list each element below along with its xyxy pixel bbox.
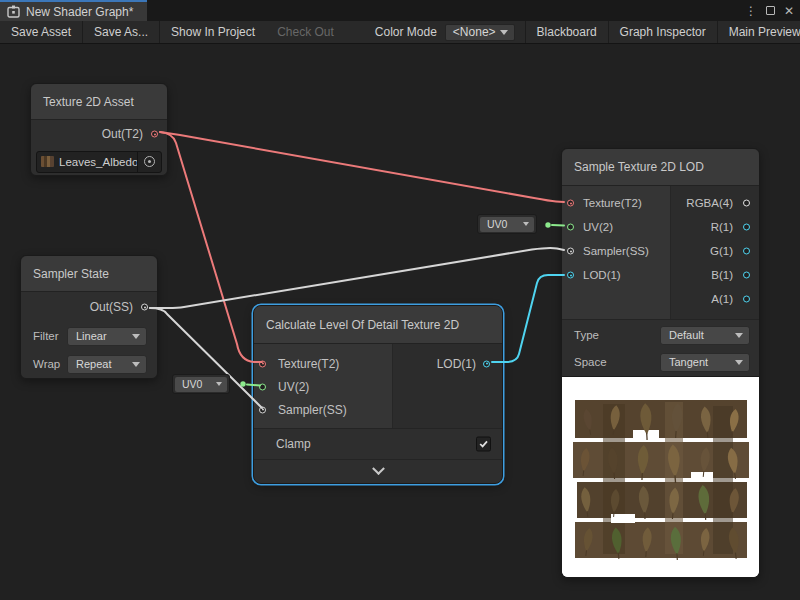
chevron-down-icon [372,462,385,475]
graph-canvas[interactable]: Texture 2D Asset Out(T2) Leaves_Albedo [0,44,800,600]
object-picker-button[interactable] [137,152,161,172]
tab-title: New Shader Graph* [26,5,133,19]
port-in-lod[interactable] [567,272,574,279]
save-as-button[interactable]: Save As... [83,21,159,43]
clamp-checkbox[interactable] [476,437,491,452]
port-out-r[interactable] [743,224,750,231]
shader-graph-icon [7,5,20,18]
node-calculate-lod-texture-2d[interactable]: Calculate Level Of Detail Texture 2D Tex… [253,305,503,484]
space-label: Space [574,356,660,368]
color-mode-dropdown[interactable]: <None> [445,24,515,41]
shader-graph-tab[interactable]: New Shader Graph* [0,0,147,21]
port-label-out-ss: Out(SS) [90,300,133,314]
port-label-sampler: Sampler(SS) [583,245,649,257]
save-asset-button[interactable]: Save Asset [0,21,82,43]
wrap-value: Repeat [76,358,111,370]
filter-label: Filter [33,330,67,342]
port-label-b: B(1) [711,269,733,281]
leaves-atlas-image [562,377,759,577]
space-value: Tangent [669,356,708,368]
port-out-g[interactable] [743,248,750,255]
port-label-rgba: RGBA(4) [686,197,733,209]
type-dropdown[interactable]: Default [660,326,750,345]
clamp-label: Clamp [276,437,311,451]
node-title[interactable]: Sample Texture 2D LOD [562,149,759,186]
uv-channel-value: UV0 [487,218,507,230]
window-menu-icon[interactable]: ⋮ [745,5,757,17]
texture-thumbnail-icon [41,156,54,167]
texture-object-field[interactable]: Leaves_Albedo [36,151,162,173]
node-preview-leaves-texture [562,376,759,577]
port-out-lod[interactable] [483,360,490,367]
uv-channel-dropdown[interactable]: UV0 [480,217,534,232]
wrap-dropdown[interactable]: Repeat [67,355,147,374]
type-value: Default [669,329,704,341]
port-label-texture: Texture(T2) [278,357,339,371]
uv-channel-dropdown[interactable]: UV0 [175,377,227,392]
node-title[interactable]: Calculate Level Of Detail Texture 2D [254,306,502,344]
port-out-b[interactable] [743,272,750,279]
port-out-rgba[interactable] [743,200,750,207]
graph-toolbar: Save Asset Save As... Show In Project Ch… [0,21,800,44]
port-label-a: A(1) [711,293,733,305]
port-out-a[interactable] [743,296,750,303]
port-in-sampler[interactable] [567,248,574,255]
port-label-uv: UV(2) [278,380,309,394]
filter-dropdown[interactable]: Linear [67,327,147,346]
blackboard-toggle[interactable]: Blackboard [526,21,608,43]
node-title[interactable]: Texture 2D Asset [31,84,167,120]
node-texture-2d-asset[interactable]: Texture 2D Asset Out(T2) Leaves_Albedo [30,83,168,176]
port-label-uv: UV(2) [583,221,613,233]
uv-channel-value: UV0 [182,378,202,390]
node-collapse-button[interactable] [254,459,502,483]
maximize-icon[interactable] [766,6,775,15]
port-label-sampler: Sampler(SS) [278,403,347,417]
check-out-button: Check Out [266,21,345,43]
uv-channel-widget-calc: UV0 [172,374,230,394]
wrap-label: Wrap [33,358,67,370]
main-preview-toggle[interactable]: Main Preview [718,21,800,43]
port-label-out-t2: Out(T2) [102,127,143,141]
space-dropdown[interactable]: Tangent [660,353,750,372]
show-in-project-button[interactable]: Show In Project [160,21,266,43]
window-controls: ⋮ ✕ [745,0,794,21]
port-in-texture[interactable] [259,360,266,367]
port-label-r: R(1) [711,221,733,233]
object-picker-icon [144,156,155,167]
type-label: Type [574,329,660,341]
port-label-g: G(1) [710,245,733,257]
uv-channel-widget-sample: UV0 [477,214,537,234]
color-mode-value: <None> [453,25,496,39]
port-label-texture: Texture(T2) [583,197,642,209]
check-icon [478,439,489,450]
texture-asset-name: Leaves_Albedo [59,156,137,168]
shader-graph-window: New Shader Graph* ⋮ ✕ Save Asset Save As… [0,0,800,600]
node-sampler-state[interactable]: Sampler State Out(SS) Filter Linear Wrap… [20,255,158,379]
port-in-uv[interactable] [567,224,574,231]
window-titlebar: New Shader Graph* ⋮ ✕ [0,0,800,21]
port-in-sampler[interactable] [259,406,266,413]
color-mode-label: Color Mode [345,25,445,39]
port-out-ss[interactable] [141,304,148,311]
close-icon[interactable]: ✕ [784,5,794,17]
port-label-lod-out: LOD(1) [437,357,476,371]
port-out-t2[interactable] [151,131,158,138]
graph-inspector-toggle[interactable]: Graph Inspector [609,21,717,43]
port-label-lod: LOD(1) [583,269,621,281]
port-in-uv[interactable] [259,383,266,390]
node-sample-texture-2d-lod[interactable]: Sample Texture 2D LOD Texture(T2) UV(2) [561,148,760,578]
node-title[interactable]: Sampler State [21,256,157,292]
port-in-texture[interactable] [567,200,574,207]
filter-value: Linear [76,330,107,342]
